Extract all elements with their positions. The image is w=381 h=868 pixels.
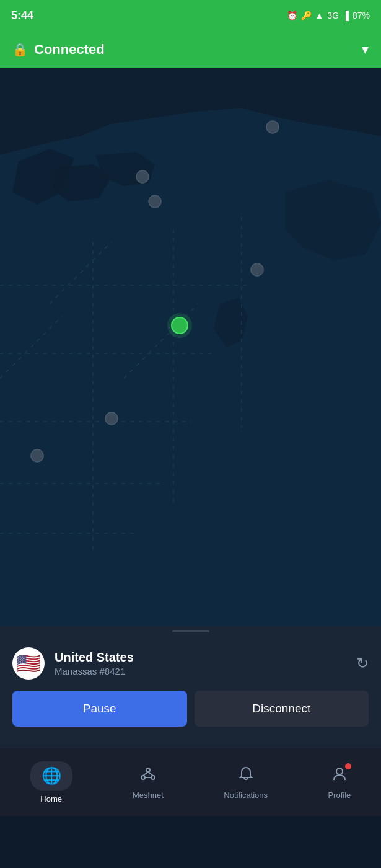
- status-time: 5:44: [11, 9, 33, 22]
- bottom-nav: 🌐 Home Meshnet Notifications: [0, 748, 381, 816]
- alarm-icon: ⏰: [287, 11, 297, 20]
- country-flag: 🇺🇸: [12, 647, 45, 680]
- connected-left: 🔒 Connected: [12, 42, 105, 58]
- svg-point-22: [151, 776, 155, 779]
- home-label: Home: [40, 794, 62, 804]
- svg-line-23: [143, 772, 148, 776]
- svg-point-18: [105, 412, 118, 425]
- svg-point-20: [146, 768, 150, 772]
- nav-item-meshnet[interactable]: Meshnet: [120, 760, 176, 805]
- meshnet-icon: [139, 765, 157, 787]
- home-icon-bg: 🌐: [30, 761, 72, 790]
- cellular-icon: ▐: [343, 11, 349, 20]
- notification-icon: [237, 765, 255, 787]
- svg-point-21: [141, 776, 145, 779]
- svg-point-13: [136, 170, 149, 183]
- profile-badge: [331, 765, 348, 787]
- scroll-line: [172, 630, 209, 632]
- notifications-label: Notifications: [224, 790, 268, 800]
- country-info: United States Manassas #8421: [55, 650, 134, 676]
- refresh-icon[interactable]: ↻: [356, 655, 369, 672]
- home-icon: 🌐: [42, 766, 61, 786]
- svg-point-15: [251, 264, 263, 276]
- map-svg: [0, 68, 381, 626]
- svg-point-14: [149, 195, 161, 208]
- status-icons: ⏰ 🔑 ▲ 3G ▐ 87%: [287, 11, 370, 20]
- battery-icon: 87%: [353, 11, 370, 20]
- scroll-indicator: [0, 626, 381, 636]
- map-container: [0, 68, 381, 626]
- profile-badge-dot: [345, 763, 351, 769]
- meshnet-label: Meshnet: [133, 790, 164, 800]
- nav-item-home[interactable]: 🌐 Home: [18, 756, 85, 808]
- status-bar: 5:44 ⏰ 🔑 ▲ 3G ▐ 87%: [0, 0, 381, 31]
- chevron-down-icon[interactable]: ▾: [362, 42, 369, 58]
- signal-icon: 3G: [327, 11, 339, 20]
- nav-item-profile[interactable]: Profile: [315, 760, 363, 805]
- connected-bar[interactable]: 🔒 Connected ▾: [0, 31, 381, 68]
- pause-button[interactable]: Pause: [12, 691, 187, 727]
- bottom-panel: 🇺🇸 United States Manassas #8421 ↻ Pause …: [0, 636, 381, 748]
- connected-label: Connected: [34, 42, 105, 58]
- server-name: Manassas #8421: [55, 666, 134, 676]
- nav-item-notifications[interactable]: Notifications: [211, 760, 280, 805]
- svg-point-19: [31, 450, 43, 462]
- lock-icon: 🔒: [12, 42, 28, 57]
- country-left: 🇺🇸 United States Manassas #8421: [12, 647, 134, 680]
- svg-point-12: [266, 121, 279, 133]
- country-row: 🇺🇸 United States Manassas #8421 ↻: [12, 647, 369, 680]
- action-buttons: Pause Disconnect: [12, 691, 369, 727]
- profile-label: Profile: [328, 790, 351, 800]
- disconnect-button[interactable]: Disconnect: [195, 691, 369, 727]
- svg-point-26: [336, 768, 343, 774]
- country-name: United States: [55, 650, 134, 665]
- vpn-key-icon: 🔑: [301, 11, 312, 20]
- svg-line-24: [148, 772, 153, 776]
- svg-point-17: [167, 313, 192, 338]
- wifi-icon: ▲: [315, 11, 324, 20]
